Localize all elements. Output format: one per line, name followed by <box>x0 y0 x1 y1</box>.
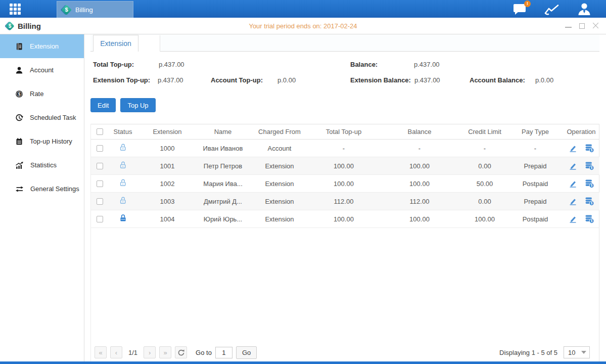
svg-text:$: $ <box>18 92 21 97</box>
cell-credit-limit: 50.00 <box>462 175 507 193</box>
edit-row-icon[interactable] <box>569 162 578 170</box>
balance-label: Balance: <box>350 61 378 68</box>
row-checkbox[interactable] <box>97 198 103 205</box>
topup-button[interactable]: Top Up <box>120 98 155 112</box>
table-row[interactable]: 1003 Дмитрий Д... Extension 112.00 112.0… <box>91 193 599 210</box>
line-chart-icon <box>544 3 560 15</box>
cell-credit-limit: 0.00 <box>462 157 507 175</box>
edit-button[interactable]: Edit <box>90 98 116 112</box>
rate-icon: $ <box>15 90 23 98</box>
row-checkbox[interactable] <box>97 145 103 152</box>
cell-name: Иван Иванов <box>197 140 249 157</box>
page-indicator: 1/1 <box>128 349 137 356</box>
bottom-accent-strip <box>0 361 606 364</box>
billing-app-icon: $ <box>6 22 14 30</box>
row-checkbox[interactable] <box>97 163 103 169</box>
sidebar: Extension Account $ Rate Scheduled T <box>0 34 84 361</box>
monitor-button[interactable] <box>544 3 560 15</box>
apps-menu-button[interactable] <box>0 0 30 18</box>
cell-pay-type: - <box>507 140 563 157</box>
cell-pay-type: Prepaid <box>507 193 563 210</box>
refresh-button[interactable] <box>175 346 187 358</box>
go-button[interactable]: Go <box>236 346 257 359</box>
cell-total-topup: 100.00 <box>310 157 377 175</box>
first-page-button[interactable]: « <box>95 346 107 358</box>
sidebar-item-general-settings[interactable]: General Settings <box>0 177 84 201</box>
last-page-button[interactable]: » <box>159 346 171 358</box>
edit-row-icon[interactable] <box>569 215 578 223</box>
displaying-text: Displaying 1 - 5 of 5 <box>499 349 557 356</box>
sidebar-item-topup-history[interactable]: Top-up History <box>0 129 84 153</box>
sidebar-item-label: Statistics <box>30 161 57 169</box>
col-extension[interactable]: Extension <box>137 124 197 140</box>
sidebar-item-label: Top-up History <box>30 138 72 145</box>
next-page-button[interactable]: › <box>144 346 156 358</box>
cell-charged-from: Extension <box>249 157 310 175</box>
row-checkbox[interactable] <box>97 216 103 222</box>
edit-row-icon[interactable] <box>569 179 578 188</box>
table-row[interactable]: 1004 Юрий Юрь... Extension 100.00 100.00… <box>91 210 599 228</box>
extension-balance-label: Extension Balance: <box>350 76 411 84</box>
topup-row-icon[interactable]: $ <box>584 144 594 153</box>
user-icon <box>577 3 592 16</box>
col-charged-from[interactable]: Charged From <box>249 124 310 140</box>
col-pay-type[interactable]: Pay Type <box>507 124 563 140</box>
col-balance[interactable]: Balance <box>377 124 462 140</box>
scheduled-task-icon <box>15 114 23 122</box>
select-all-checkbox[interactable] <box>97 128 103 135</box>
close-button[interactable] <box>592 23 599 29</box>
row-checkbox[interactable] <box>97 180 103 187</box>
tab-extension[interactable]: Extension <box>93 35 138 52</box>
col-name[interactable]: Name <box>197 124 249 140</box>
cell-charged-from: Extension <box>249 210 310 228</box>
cell-name: Петр Петров <box>197 157 249 175</box>
trial-message: Your trial period ends on: 2017-02-24 <box>0 22 606 30</box>
cell-total-topup: 100.00 <box>310 175 377 193</box>
page-size-select[interactable]: 10 <box>564 346 590 358</box>
account-icon <box>15 66 23 74</box>
prev-page-button[interactable]: ‹ <box>110 346 122 358</box>
maximize-button[interactable] <box>579 23 585 29</box>
notifications-button[interactable]: ! <box>513 3 527 15</box>
table-body: 1000 Иван Иванов Account - - - - <box>91 140 599 228</box>
account-balance-label: Account Balance: <box>470 76 525 84</box>
edit-row-icon[interactable] <box>569 144 578 153</box>
cell-extension: 1003 <box>137 193 197 210</box>
sidebar-item-account[interactable]: Account <box>0 58 84 82</box>
topup-row-icon[interactable]: $ <box>584 214 594 223</box>
app-tab-billing[interactable]: $ Billing <box>57 1 133 18</box>
col-status[interactable]: Status <box>108 124 137 140</box>
sidebar-item-scheduled-task[interactable]: Scheduled Task <box>0 106 84 129</box>
edit-row-icon[interactable] <box>569 197 578 206</box>
table-row[interactable]: 1001 Петр Петров Extension 100.00 100.00… <box>91 157 599 175</box>
minimize-button[interactable] <box>565 23 572 29</box>
main-panel: Extension Total Top-up: p.437.00 Balance… <box>84 34 606 361</box>
table-row[interactable]: 1000 Иван Иванов Account - - - - <box>91 140 599 157</box>
cell-balance: 100.00 <box>377 210 462 228</box>
col-total-topup[interactable]: Total Top-up <box>310 124 377 140</box>
sidebar-item-extension[interactable]: Extension <box>0 34 84 58</box>
topup-row-icon[interactable]: $ <box>584 179 594 188</box>
lock-open-icon <box>119 161 127 169</box>
cell-extension: 1004 <box>137 210 197 228</box>
goto-page-input[interactable] <box>215 347 232 358</box>
notification-badge: ! <box>524 1 531 7</box>
total-topup-label: Total Top-up: <box>93 61 134 68</box>
col-credit-limit[interactable]: Credit Limit <box>462 124 507 140</box>
topup-row-icon[interactable]: $ <box>584 161 594 170</box>
cell-credit-limit: - <box>462 140 507 157</box>
goto-label: Go to <box>196 349 212 356</box>
lock-open-icon <box>119 143 127 152</box>
topup-row-icon[interactable]: $ <box>584 197 594 206</box>
cell-balance: 100.00 <box>377 175 462 193</box>
cell-name: Юрий Юрь... <box>197 210 249 228</box>
sidebar-item-rate[interactable]: $ Rate <box>0 82 84 106</box>
user-menu-button[interactable] <box>577 3 592 16</box>
table-row[interactable]: 1002 Мария Ива... Extension 100.00 100.0… <box>91 175 599 193</box>
col-operation[interactable]: Operation <box>563 124 599 140</box>
cell-balance: 112.00 <box>377 193 462 210</box>
sidebar-item-statistics[interactable]: Statistics <box>0 153 84 177</box>
svg-text:$: $ <box>590 201 592 205</box>
statistics-icon <box>15 161 24 169</box>
cell-total-topup: - <box>310 140 377 157</box>
